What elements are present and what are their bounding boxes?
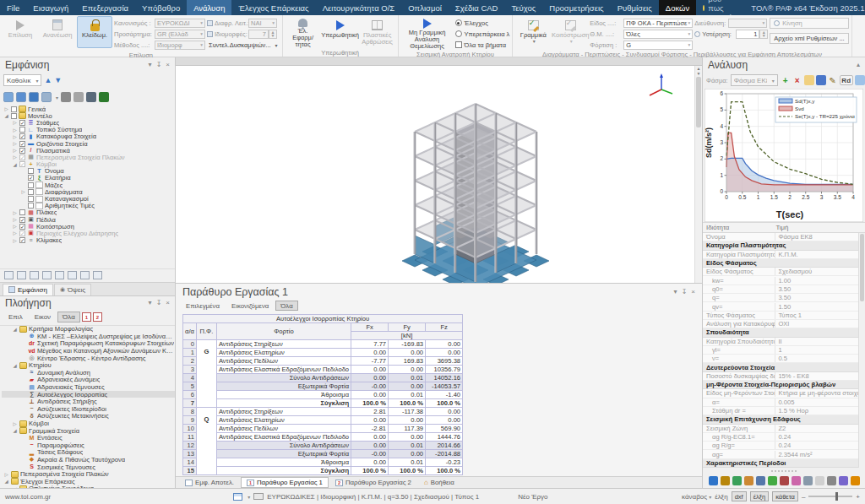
property-row[interactable]: Σεισμική ΖώνηΖ2 bbox=[703, 425, 865, 433]
expander-icon[interactable]: ▷ bbox=[12, 148, 18, 153]
display-tree-item[interactable]: ▷✓▦Κοιτόστρωση bbox=[2, 223, 175, 230]
scope-dropdown[interactable]: Καθολικ▾ bbox=[3, 74, 41, 86]
display-tree-item[interactable]: ▷▦Πλάκες bbox=[2, 209, 175, 216]
wtab-selected[interactable]: Επιλεγμένα bbox=[181, 301, 225, 311]
zoom-in-button[interactable]: + bbox=[856, 493, 860, 501]
property-row[interactable]: Ποσοστό δυσκαμψίας δευ...15% - ΕΚ8 bbox=[703, 372, 865, 381]
render-full-icon[interactable] bbox=[99, 92, 109, 102]
open-spectrum-icon[interactable] bbox=[804, 75, 814, 85]
nav-tree-item[interactable]: ∑Αυτοέλεγχος Ισορροπίας bbox=[2, 391, 175, 398]
window-icon[interactable] bbox=[827, 476, 836, 485]
find-icon[interactable] bbox=[42, 271, 52, 279]
table-row[interactable]: 6Άθροισμα0.000.01-1.40 bbox=[183, 391, 463, 399]
keyboard-icon[interactable] bbox=[253, 493, 264, 500]
scrollbar-thumb[interactable] bbox=[860, 234, 864, 301]
info-icon[interactable] bbox=[709, 476, 718, 485]
expander-icon[interactable]: ▷ bbox=[12, 210, 18, 215]
select-window-icon[interactable] bbox=[17, 271, 26, 279]
method-select[interactable]: Ιδιομορφ▾ bbox=[155, 41, 205, 50]
menu-tab-5[interactable]: Έλεγχος Επάρκειας bbox=[231, 0, 315, 15]
nav-tab-selected[interactable]: Επιλ bbox=[3, 312, 28, 322]
property-section[interactable]: μη-Φέροντα Στοιχεία-Περιορισμός βλαβών bbox=[703, 381, 865, 389]
load-select[interactable]: G▾ bbox=[623, 41, 693, 50]
results-window-2-icon[interactable]: 2 bbox=[93, 312, 102, 322]
notes-icon[interactable] bbox=[803, 476, 813, 485]
level-up-icon[interactable]: ▲ bbox=[44, 77, 52, 84]
checkbox-icon[interactable]: ✓ bbox=[19, 141, 25, 147]
property-row[interactable]: αg=2.3544 m/s² bbox=[703, 450, 865, 458]
results-window-1-icon[interactable]: 1 bbox=[82, 312, 91, 322]
nav-tab-all[interactable]: Όλα bbox=[57, 312, 80, 322]
table-row[interactable]: 15Σύγκλιση100.0 %100.0 %100.0 % bbox=[183, 467, 463, 475]
expander-icon[interactable]: ▷ bbox=[12, 141, 18, 146]
kind-select[interactable]: ΠΦ ΟΚΑ - Περιπτώσε▾ bbox=[623, 19, 693, 28]
ortho-toggle[interactable]: κάθετα bbox=[772, 491, 798, 501]
expander-icon[interactable]: ▷ bbox=[12, 120, 18, 125]
property-row[interactable]: Κατηγορία ΣπουδαιότηταςII bbox=[703, 338, 865, 346]
stiffness-dropdown[interactable]: Συντελ.Δυσκαμψιών...▾ bbox=[207, 40, 280, 51]
table-row[interactable]: 4Σύνολο Αντιδράσεων0.000.0114052.16 bbox=[183, 374, 463, 382]
checkbox-icon[interactable] bbox=[19, 209, 25, 215]
zoom-slider[interactable] bbox=[808, 496, 852, 497]
filter-icon[interactable] bbox=[68, 271, 77, 279]
property-row[interactable]: ΌνομαΦάσμα ΕΚ8 bbox=[703, 233, 865, 241]
menu-tab-11[interactable]: Ρυθμίσεις bbox=[611, 0, 659, 15]
nav-tree-item[interactable]: ~Παραμορφώσεις bbox=[2, 442, 175, 449]
property-row[interactable]: ν=0.5 bbox=[703, 355, 865, 363]
nav-tree-item[interactable]: ≈Δυναμική Ανάλυση bbox=[2, 369, 175, 377]
property-row[interactable]: kw=1.00 bbox=[703, 276, 865, 285]
nav-tree-item[interactable]: MΕντάσεις bbox=[2, 434, 175, 442]
settings-icon[interactable] bbox=[93, 271, 102, 279]
close-icon[interactable]: × bbox=[166, 299, 170, 306]
nav-tree-item[interactable]: ◎Κέντρο Έδρασης - Κέντρο Αντίδρασης bbox=[2, 355, 175, 362]
render-shaded-icon[interactable] bbox=[86, 92, 96, 102]
menu-tab-1[interactable]: Εισαγωγή bbox=[26, 0, 75, 15]
xml-settings-button[interactable]: Αρχείο xml Ρυθμίσεων ... bbox=[770, 33, 848, 44]
property-row[interactable]: Τύπος ΦάσματοςΤύπος 1 bbox=[703, 312, 865, 320]
cube-edit-icon[interactable] bbox=[16, 92, 26, 102]
nav-tree-item[interactable]: ◢Κριτήρια Μορφολογίας bbox=[2, 326, 175, 333]
snap-label[interactable]: έλξη bbox=[715, 493, 727, 501]
checkbox-icon[interactable]: ✓ bbox=[19, 237, 25, 243]
modes-input[interactable]: 7 bbox=[248, 30, 269, 39]
modes-spinner[interactable]: ▲▼ bbox=[269, 30, 277, 39]
panel-menu-icon[interactable]: ▾ bbox=[674, 288, 677, 295]
check-radio[interactable]: Έλεγχος bbox=[455, 18, 510, 28]
menu-tab-12[interactable]: Δοκών bbox=[659, 0, 696, 15]
nav-tree-item[interactable]: ▷Πεπερασμένα Στοιχεία Πλακών bbox=[2, 470, 175, 478]
tab-display[interactable]: Εμφάνιση bbox=[3, 284, 53, 295]
display-tree-item[interactable]: ▷✓▣Πέδιλα bbox=[2, 216, 175, 223]
property-row[interactable]: Κατηγορία ΠλαστιμότηταςΚ.Π.Μ. bbox=[703, 251, 865, 259]
spectrum-select[interactable]: Φάσμα ΕΚ8▾ bbox=[731, 74, 778, 86]
table-row[interactable]: 3Αντιδράσεις Ελαστικά Εδραζόμενων Πεδιλο… bbox=[183, 366, 463, 374]
display-tree-item[interactable]: ▷Γενικά bbox=[2, 106, 175, 112]
property-row[interactable]: γl=1 bbox=[703, 346, 865, 355]
expander-icon[interactable]: ◢ bbox=[3, 113, 9, 118]
splitter-handle[interactable] bbox=[703, 468, 865, 474]
checkbox-icon[interactable] bbox=[11, 106, 17, 112]
menu-tab-8[interactable]: Σχέδια CAD bbox=[449, 0, 505, 15]
display-tree-item[interactable]: ◢Μοντέλο bbox=[2, 112, 175, 119]
zoom-out-button[interactable]: – bbox=[802, 493, 805, 501]
database-icon[interactable] bbox=[721, 476, 730, 485]
display-tree-item[interactable]: ▷Διαφράγματα bbox=[2, 188, 175, 195]
nav-tab-shown[interactable]: Εικον bbox=[30, 312, 56, 322]
export-report-icon[interactable] bbox=[744, 476, 753, 485]
display-tree-item[interactable]: TΌνομα bbox=[2, 168, 175, 175]
expander-icon[interactable]: ▷ bbox=[12, 127, 18, 133]
nav-tree-item[interactable]: ⊥Αντιδράσεις Στήριξης bbox=[2, 398, 175, 405]
property-section[interactable]: Δευτερεύοντα Στοιχεία bbox=[703, 363, 865, 371]
display-tree-item[interactable]: ▷✓▮Κατακόρυφα Στοιχεία bbox=[2, 133, 175, 140]
refresh-button[interactable]: Ανανέωση bbox=[40, 16, 75, 48]
nav-tree-item[interactable]: ▤Αδρανειακές Τέμνουσες bbox=[2, 383, 175, 391]
color-wheel-icon[interactable] bbox=[839, 476, 848, 485]
applicability-check-button[interactable]: Έλ. Εφαρμ/τητας bbox=[286, 16, 321, 48]
add-spectrum-icon[interactable]: + bbox=[781, 75, 791, 85]
menu-tab-6[interactable]: Λειτουργικότητα Ο/Σ bbox=[316, 0, 402, 15]
property-section[interactable]: Είδος Φάσματος bbox=[703, 259, 865, 268]
diaphragm-select[interactable]: ΝΑΙ▾ bbox=[248, 19, 277, 28]
table-row[interactable]: 5Εξωτερικά Φορτία-0.000.00-14053.57 bbox=[183, 382, 463, 391]
doc-tab-help[interactable]: ⌂Βοήθεια bbox=[418, 477, 460, 488]
property-row[interactable]: q0=3.50 bbox=[703, 285, 865, 294]
table-row[interactable]: 1Αντιδράσεις Ελατηρίων0.000.000.00 bbox=[183, 349, 463, 357]
